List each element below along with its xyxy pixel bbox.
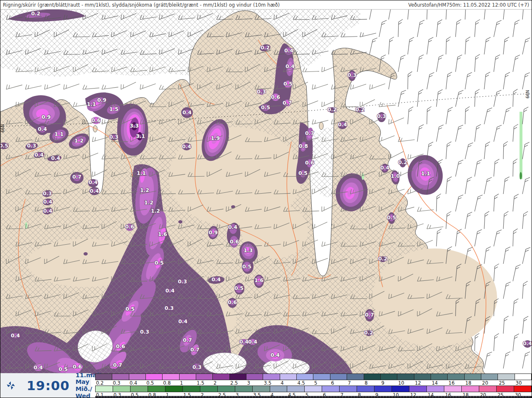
legend-label: 16 [448,380,455,386]
precip-value-label: 1.2 [140,187,149,193]
legend-swatch [163,374,179,380]
legend-label: 14 [432,380,438,386]
title-bar: Rigning/skúrir (grænt/blátt/rautt - mm/1… [0,0,532,10]
precip-value-label: 0.5 [126,306,135,312]
legend-swatch [330,374,347,380]
legend-swatch [444,386,462,392]
legend-swatch [465,374,481,380]
legend-label: 0.4 [130,380,137,386]
legend-label: 6 [331,380,334,386]
legend-label: 0.5 [146,380,154,386]
precip-value-label: 0.4 [182,109,192,115]
legend-swatch [297,374,313,380]
legend-label: 1.5 [197,380,204,386]
legend-swatch [392,386,409,392]
precip-value-label: 0.9 [42,114,51,120]
precip-value-label: 0.6 [228,299,237,305]
legend-swatch [374,386,392,392]
precip-value-label: 1.1 [137,170,146,176]
legend-swatch [347,374,364,380]
precip-value-label: 1.1 [87,101,96,107]
legend-swatch [322,386,340,392]
legend-label: 7 [348,380,351,386]
precip-value-label: 0.2 [398,159,407,165]
legend-swatch [381,374,397,380]
legend-label: 0.2 [96,380,103,386]
precip-value-label: 0.3 [178,278,187,285]
precip-value-label: 0.4 [89,179,98,185]
precip-value-label: 0.4 [248,339,257,345]
legend-swatch [431,374,448,380]
precip-value-label: 0.4 [178,318,187,324]
legend-swatch [213,374,229,380]
precip-value-label: 1.2 [74,138,84,144]
map-title: Rigning/skúrir (grænt/blátt/rautt - mm/1… [3,2,280,8]
legend-label: 2 [214,380,217,386]
legend-swatch [218,386,235,392]
legend-swatch [305,386,322,392]
precip-value-label: 0.3 [140,329,149,335]
legend-swatch [253,386,270,392]
precip-value-label: 0.4 [90,188,99,194]
precip-value-label: 0.2 [364,329,373,336]
precip-value-label: 0.7 [183,337,192,343]
precip-value-label: 0.7 [305,130,314,136]
precip-value-label: 0.5 [234,285,244,291]
legend-swatch [165,386,183,392]
legend-label: 1 [180,380,183,386]
legend-label: 3 [247,380,250,386]
precip-value-label: 0.2 [31,10,40,17]
legend-label: 20 [482,380,488,386]
precip-value-label: 1.9 [211,135,220,141]
precip-value-label: 0.4 [212,276,221,283]
precip-value-label: 0.5 [155,260,164,266]
map-canvas: 66N66N 0.20.20.40.40.30.50.30.60.70.50.2… [0,0,532,398]
precip-value-label: 0.9 [97,97,106,103]
precip-value-label: 0.4 [523,340,532,346]
timeline-tick-bar [95,396,532,398]
precip-value-label: 0.4 [43,199,52,205]
legend-label: 25 [499,380,505,386]
legend-swatch [196,374,213,380]
precip-value-label: 1.1 [54,131,64,137]
legend-swatch [427,386,444,392]
precip-value-label: 0.4 [284,47,293,54]
precip-value-label: 1.5 [109,106,118,112]
legend-swatch [235,386,253,392]
forecast-time: 19:00 [27,378,70,393]
precip-value-label: 0.4 [11,332,20,339]
precip-value-label: 0.4 [286,63,295,69]
precip-value-label: 0.4 [43,208,52,214]
legend-swatch [514,386,532,392]
legend-swatch [112,374,129,380]
legend-swatch [340,386,357,392]
precip-value-label: 0.4 [34,364,43,371]
precip-value-label: 0.6 [116,343,125,349]
legend-swatch [95,374,112,380]
legend-label: 3.5 [264,380,271,386]
precip-value-label: 3.3 [130,123,139,129]
precip-value-label: 0.6 [73,364,82,370]
rain-scale [95,386,532,392]
legend-swatch [498,374,515,380]
precip-value-label: 0.7 [365,312,374,318]
precip-value-label: 1.3 [244,247,253,253]
precip-value-label: 0.3 [27,142,36,149]
legend-label: 30 [516,380,522,386]
precip-value-label: 0.4 [271,352,280,358]
legend-label: 4.5 [298,380,305,386]
precip-value-label: 0.4 [338,121,347,128]
legend-swatch [129,374,146,380]
legend-swatch [113,386,131,392]
precip-value-label: 0.4 [380,165,389,171]
precip-value-label: 0.7 [190,346,200,353]
legend-label: 5 [314,380,317,386]
legend-swatch [479,386,497,392]
legend-label: 10 [398,380,404,386]
legend-swatch [515,374,532,380]
legend-swatch [448,374,464,380]
precip-value-label: 0.8 [299,143,308,149]
precip-value-label: 0.3 [257,88,266,95]
legend-swatch [497,386,514,392]
sleet-snow-scale-labels: 0.20.30.40.50.811.522.533.544.5567891012… [95,380,532,386]
